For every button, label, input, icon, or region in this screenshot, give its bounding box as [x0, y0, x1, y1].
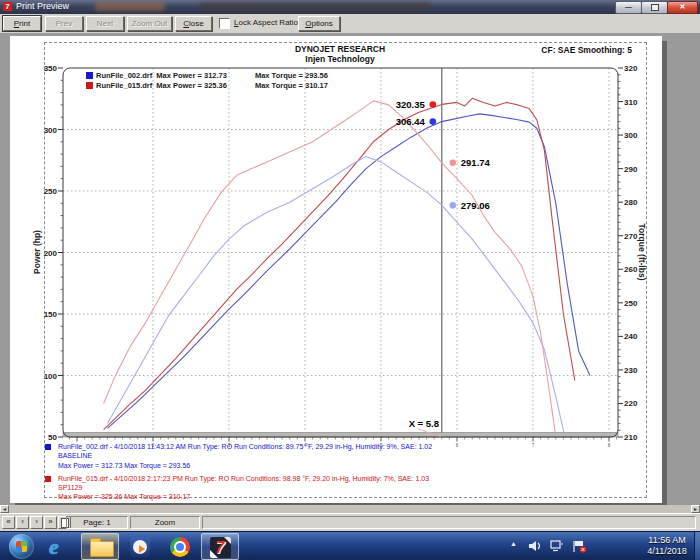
svg-text:250: 250: [44, 187, 58, 196]
svg-text:306.44: 306.44: [396, 116, 426, 127]
legend-row: RunFile_015.drfMax Power = 325.36Max Tor…: [86, 81, 328, 91]
svg-text:320: 320: [624, 64, 638, 73]
scroll-left-icon[interactable]: ◄: [0, 505, 9, 513]
y-right-axis-title: Torque (ft-lbs): [637, 224, 647, 281]
lock-aspect-ratio-label[interactable]: Lock Aspect Ratio: [234, 18, 298, 27]
next-button: Next: [86, 16, 124, 31]
legend-swatch-blue: [86, 72, 93, 79]
chart-subtitle: Injen Technology: [150, 54, 530, 64]
speaker-icon[interactable]: [528, 540, 542, 552]
svg-text:210: 210: [624, 433, 638, 442]
taskbar-item-file-explorer[interactable]: [81, 533, 119, 560]
taskbar-item-chrome[interactable]: [161, 533, 199, 560]
svg-text:200: 200: [44, 249, 58, 258]
media-player-icon: [130, 537, 150, 557]
print-button[interactable]: Print: [3, 16, 41, 31]
run-note-baseline: RunFile_002.drf - 4/10/2018 11:43:12 AM …: [45, 442, 645, 470]
prev-page-button[interactable]: ‹: [16, 516, 29, 529]
svg-text:100: 100: [44, 372, 58, 381]
svg-text:270: 270: [624, 232, 638, 241]
note-swatch-blue: [45, 444, 51, 450]
chart-header: DYNOJET RESEARCH Injen Technology: [150, 44, 530, 64]
close-preview-button[interactable]: Close: [175, 16, 212, 31]
svg-text:150: 150: [44, 310, 58, 319]
options-button[interactable]: Options: [298, 16, 340, 31]
winpep7-icon: 7: [210, 537, 231, 558]
svg-text:310: 310: [624, 98, 638, 107]
horizontal-scrollbar[interactable]: ◄ ►: [0, 505, 700, 513]
svg-text:300: 300: [624, 131, 638, 140]
status-bar: « ‹ › » Page: 1 Zoom: [0, 513, 700, 532]
svg-text:220: 220: [624, 399, 638, 408]
taskbar-clock[interactable]: 11:56 AM 4/11/2018: [641, 535, 693, 557]
action-center-flag-icon[interactable]: [572, 540, 588, 553]
restore-button[interactable]: [641, 1, 668, 14]
chrome-icon: [170, 537, 190, 557]
internet-explorer-icon: e: [49, 534, 59, 560]
close-window-button[interactable]: ✕: [667, 1, 698, 14]
svg-text:279.06: 279.06: [461, 200, 490, 211]
svg-text:230: 230: [624, 366, 638, 375]
status-zoom-indicator: Zoom: [130, 516, 200, 529]
start-button[interactable]: [1, 533, 39, 560]
svg-text:350: 350: [44, 64, 58, 73]
last-page-button[interactable]: »: [44, 516, 57, 529]
legend-swatch-red: [86, 82, 93, 89]
run-note-sp1129: RunFile_015.drf - 4/10/2018 2:17:23 PM R…: [45, 474, 645, 502]
svg-text:280: 280: [624, 198, 638, 207]
windows-start-icon: [9, 534, 34, 559]
clock-time: 11:56 AM: [641, 535, 693, 546]
correction-smoothing-note: CF: SAE Smoothing: 5: [541, 45, 632, 55]
windows-flag-icon: [16, 541, 27, 552]
taskbar: e 7 ▲: [0, 531, 700, 560]
lock-aspect-ratio-checkbox[interactable]: [219, 18, 230, 29]
dyno-chart: 5010015020025030035021022023024025026027…: [10, 36, 662, 503]
system-tray: ▲: [510, 538, 638, 556]
preview-area: 5010015020025030035021022023024025026027…: [0, 33, 700, 505]
restore-icon: [651, 4, 659, 11]
screen: 7 Print Preview — ✕ Print Prev Next Zoom…: [0, 0, 700, 560]
svg-text:240: 240: [624, 332, 638, 341]
window-title: Print Preview: [16, 1, 69, 11]
svg-text:291.74: 291.74: [461, 157, 491, 168]
svg-text:250: 250: [624, 299, 638, 308]
print-preview-toolbar: Print Prev Next Zoom Out Close Lock Aspe…: [0, 14, 700, 34]
folder-icon: [90, 541, 114, 557]
taskbar-item-winpep[interactable]: 7: [201, 533, 239, 560]
prev-button: Prev: [45, 16, 83, 31]
svg-text:290: 290: [624, 165, 638, 174]
show-desktop-button[interactable]: [694, 532, 700, 560]
y-left-axis-title: Power (hp): [32, 230, 42, 274]
network-icon[interactable]: [550, 540, 564, 552]
svg-text:320.35: 320.35: [396, 99, 426, 110]
minimize-button[interactable]: —: [615, 1, 642, 14]
legend-row: RunFile_002.drfMax Power = 312.73Max Tor…: [86, 71, 328, 81]
svg-text:50: 50: [48, 433, 57, 442]
taskbar-item-internet-explorer[interactable]: e: [41, 533, 79, 560]
note-swatch-red: [45, 476, 51, 482]
svg-text:260: 260: [624, 265, 638, 274]
svg-text:X = 5.8: X = 5.8: [409, 418, 439, 429]
chart-title: DYNOJET RESEARCH: [150, 44, 530, 54]
next-page-button[interactable]: ›: [30, 516, 43, 529]
taskbar-item-media-player[interactable]: [121, 533, 159, 560]
svg-text:300: 300: [44, 126, 58, 135]
first-page-button[interactable]: «: [2, 516, 15, 529]
redacted-title-text: [200, 2, 430, 11]
status-page-indicator: Page: 1: [66, 516, 128, 529]
preview-page: 5010015020025030035021022023024025026027…: [10, 36, 662, 503]
window-titlebar: 7 Print Preview — ✕: [0, 0, 700, 14]
run-notes: RunFile_002.drf - 4/10/2018 11:43:12 AM …: [45, 442, 645, 506]
app-icon: 7: [3, 2, 12, 11]
tray-expand-icon[interactable]: ▲: [510, 540, 517, 547]
zoom-out-button: Zoom Out: [127, 16, 172, 31]
redacted-title-text: [95, 2, 165, 11]
clock-date: 4/11/2018: [641, 546, 693, 557]
status-filler-panel: [202, 516, 696, 529]
chart-legend: RunFile_002.drfMax Power = 312.73Max Tor…: [86, 71, 328, 91]
scroll-right-icon[interactable]: ►: [691, 505, 700, 513]
